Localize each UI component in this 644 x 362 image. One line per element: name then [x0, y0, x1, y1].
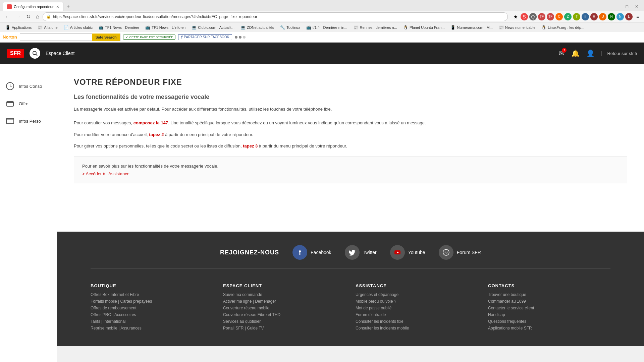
bookmark-tf1-info[interactable]: 📺 TF1 News - L'info en [143, 24, 188, 31]
star-icon[interactable]: ★ [512, 13, 519, 20]
active-tab[interactable]: Configuration repondeur × [3, 2, 63, 11]
footer-link-incidents-mobile[interactable]: Consulter les incidents mobile [356, 326, 478, 330]
footer-link-activer-ligne[interactable]: Activer ma ligne | Déménager [223, 299, 345, 304]
acceder-assistance-link[interactable]: Accéder à l'Assistance [82, 171, 129, 176]
facebook-share-text: PARTAGER SUR FACEBOOK [184, 35, 229, 39]
tab-close-button[interactable]: × [56, 4, 59, 9]
tapez-2-link[interactable]: tapez 2 [149, 132, 164, 137]
address-bar[interactable]: 🔒 https://espace-client.sfr.fr/services-… [43, 12, 508, 21]
svg-line-1 [36, 54, 37, 56]
back-button[interactable]: ← [3, 12, 12, 21]
page-title: VOTRE RÉPONDEUR FIXE [74, 77, 627, 87]
footer-link-questions[interactable]: Questions fréquentes [488, 319, 610, 324]
footer-link-forum-entraide[interactable]: Forum d'entraide [356, 312, 478, 317]
new-tab-button[interactable]: + [64, 2, 72, 11]
footer-link-trouver-boutique[interactable]: Trouver une boutique [488, 292, 610, 297]
footer-link-suivre-commande[interactable]: Suivre ma commande [223, 292, 345, 297]
extension-icon-2[interactable]: Q [529, 13, 537, 20]
footer-col-assistance: ASSISTANCE Urgences et dépannage Mobile … [356, 283, 478, 333]
bookmark-rennes[interactable]: 📰 Rennes : dernières n... [351, 24, 400, 31]
extension-icon-6[interactable]: Z [564, 13, 572, 20]
bookmark-zdnet[interactable]: 💻 ZDNet actualités [238, 24, 277, 31]
facebook-social-item[interactable]: f Facebook [292, 245, 331, 260]
footer-link-box-internet[interactable]: Offres Box Internet et Fibre [91, 292, 213, 297]
footer-col-contacts: CONTACTS Trouver une boutique Commander … [488, 283, 610, 333]
footer-link-incidents-fixe[interactable]: Consulter les incidents fixe [356, 319, 478, 324]
home-button[interactable]: ⌂ [34, 12, 41, 21]
forum-sfr-social-item[interactable]: Forum SFR [439, 245, 481, 260]
footer-link-offres-pro[interactable]: Offres PRO | Accessoires [91, 312, 213, 317]
close-window-button[interactable]: ✕ [632, 3, 641, 10]
extension-icon-1[interactable]: S [521, 13, 528, 20]
bookmark-planet-ubuntu[interactable]: 🐧 Planet Ubuntu Fran... [400, 24, 447, 31]
footer-link-urgences[interactable]: Urgences et dépannage [356, 292, 478, 297]
extension-icon-7[interactable]: T [573, 13, 580, 20]
safe-search-button[interactable]: Safe Search [92, 34, 120, 41]
footer-link-mobile-perdu[interactable]: Mobile perdu ou volé ? [356, 299, 478, 304]
extension-icon-12[interactable]: N [616, 13, 624, 20]
bookmark-tf1[interactable]: 📺 tf1.fr - Dernière min... [304, 24, 350, 31]
menu-button[interactable]: ≡ [634, 13, 641, 20]
tab-favicon [7, 4, 12, 9]
bell-icon-wrapper[interactable]: 🔔 [571, 49, 580, 57]
bookmark-numerama[interactable]: 📱 Numerama.com - M... [448, 24, 495, 31]
norton-search-input[interactable] [20, 34, 92, 40]
footer-link-reprise-mobile[interactable]: Reprise mobile | Assurances [91, 326, 213, 330]
refresh-button[interactable]: ↻ [24, 12, 33, 21]
facebook-share-button[interactable]: f PARTAGER SUR FACEBOOK [178, 34, 232, 40]
sidebar-item-assistance[interactable]: Assistance [0, 360, 57, 362]
block2-after: à partir du menu principal de votre répo… [164, 132, 253, 137]
footer-social: REJOIGNEZ-NOUS f Facebook Twitter [91, 242, 610, 268]
twitter-social-item[interactable]: Twitter [345, 245, 377, 260]
footer-link-couverture-mobile[interactable]: Couverture réseau mobile [223, 306, 345, 310]
footer-link-portail-sfr[interactable]: Portail SFR | Guide TV [223, 326, 345, 330]
footer-link-couverture-fibre[interactable]: Couverture réseau Fibre et THD [223, 312, 345, 317]
offre-icon [5, 99, 15, 108]
user-icon-wrapper[interactable]: 👤 [586, 49, 595, 57]
bookmark-clubic[interactable]: 💻 Clubic.com - Actualit... [189, 24, 237, 31]
extension-icon-4[interactable]: TF [547, 13, 554, 20]
footer-link-handicap[interactable]: Handicap [488, 312, 610, 317]
footer-link-services-quotidien[interactable]: Services au quotidien [223, 319, 345, 324]
maximize-button[interactable]: □ [623, 3, 631, 10]
sidebar-item-infos-perso[interactable]: Infos Perso [0, 112, 57, 130]
footer-link-contacter-service[interactable]: Contacter le service client [488, 306, 610, 310]
footer-link-commander-1099[interactable]: Commander au 1099 [488, 299, 610, 304]
bookmark-tf1-derniere[interactable]: 📺 TF1 News - Dernière [96, 24, 142, 31]
retour-button[interactable]: Retour sur sfr.fr [601, 51, 637, 56]
bookmark-a-la-une[interactable]: 📰 À la une [35, 24, 60, 31]
bookmark-toolinux[interactable]: 🔧 Toolinux [277, 24, 303, 31]
footer-link-applications-mobile[interactable]: Applications mobile SFR [488, 326, 610, 330]
extension-icon-9[interactable]: R [590, 13, 598, 20]
footer-link-forfaits-mobile[interactable]: Forfaits mobile | Cartes prépayées [91, 299, 213, 304]
sidebar-item-infos-conso[interactable]: Infos Conso [0, 77, 57, 95]
forward-button[interactable]: → [13, 12, 23, 21]
sidebar-item-offre[interactable]: Offre [0, 95, 57, 112]
bookmark-applications[interactable]: 📱 Applications [3, 24, 34, 31]
block1-before: Pour consulter vos messages, [74, 120, 133, 125]
extension-icon-3[interactable]: TF [538, 13, 545, 20]
mail-icon-wrapper[interactable]: ✉ 2 [559, 49, 565, 57]
extension-icon-11[interactable]: N [608, 13, 615, 20]
minimize-button[interactable]: — [612, 3, 622, 10]
extension-icon-13[interactable]: L [625, 13, 633, 20]
bookmark-icon: 📰 [499, 25, 504, 30]
extension-icon-10[interactable]: U [599, 13, 606, 20]
header-logo: SFR [7, 49, 24, 58]
bookmark-icon: 📺 [99, 25, 104, 30]
youtube-social-item[interactable]: Youtube [390, 245, 425, 260]
bookmark-articles-clubic[interactable]: 📄 Articles clubic [61, 24, 95, 31]
twitter-label: Twitter [363, 250, 377, 255]
footer-link-mot-de-passe[interactable]: Mot de passe oublié [356, 306, 478, 310]
footer-link-remboursement[interactable]: Offres de remboursement [91, 306, 213, 310]
bookmark-news-numericable[interactable]: 📰 News numericable [496, 24, 538, 31]
extension-icon-5[interactable]: C [555, 13, 563, 20]
extension-icon-8[interactable]: tf [582, 13, 589, 20]
tapez-3-link[interactable]: tapez 3 [243, 143, 258, 148]
infos-conso-icon [5, 81, 15, 91]
composez-147-link[interactable]: composez le 147 [133, 120, 168, 125]
bookmark-linuxfr[interactable]: 🐧 LinuxFr.org : les dép... [539, 24, 587, 31]
header-search-icon[interactable] [30, 48, 40, 59]
footer-link-tarifs[interactable]: Tarifs | International [91, 319, 213, 324]
bookmark-icon: 💻 [240, 25, 246, 30]
